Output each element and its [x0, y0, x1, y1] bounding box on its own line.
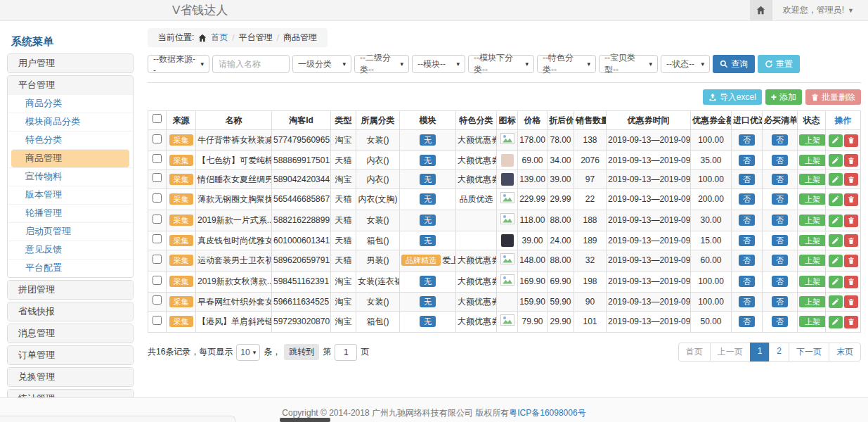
status-badge[interactable]: 上架 [799, 296, 826, 307]
delete-button[interactable] [844, 255, 858, 267]
sidebar-section-2[interactable]: 消息管理 [8, 324, 133, 343]
pager-item-0[interactable]: 首页 [678, 343, 711, 362]
must-buy-badge[interactable]: 否 [772, 193, 788, 205]
status-badge[interactable]: 上架 [799, 316, 826, 327]
sidebar-item-5[interactable]: 版本管理 [8, 186, 133, 204]
pager-item-3[interactable]: 2 [769, 343, 789, 362]
status-badge[interactable]: 上架 [799, 235, 826, 246]
row-checkbox[interactable] [153, 173, 162, 182]
edit-button[interactable] [829, 215, 843, 227]
imported-badge[interactable]: 否 [739, 155, 755, 166]
sidebar-item-7[interactable]: 启动页管理 [8, 222, 133, 241]
edit-button[interactable] [829, 154, 843, 167]
delete-button[interactable] [844, 276, 858, 288]
reset-button[interactable]: 重置 [758, 55, 800, 73]
delete-button[interactable] [844, 234, 858, 247]
row-checkbox[interactable] [153, 234, 162, 243]
imported-badge[interactable]: 否 [739, 174, 755, 185]
batch-delete-button[interactable]: 批量删除 [805, 89, 861, 105]
sidebar-item-9[interactable]: 平台配置 [8, 259, 133, 277]
icp-link[interactable]: 粤ICP备16098006号 [509, 408, 585, 418]
must-buy-badge[interactable]: 否 [772, 215, 788, 226]
sidebar-section-1[interactable]: 省钱快报 [8, 302, 133, 321]
imported-badge[interactable]: 否 [739, 296, 755, 307]
name-search-input[interactable] [212, 55, 290, 73]
must-buy-badge[interactable]: 否 [772, 155, 788, 166]
search-button[interactable]: 查询 [713, 55, 755, 73]
must-buy-badge[interactable]: 否 [772, 134, 788, 146]
row-checkbox[interactable] [153, 295, 162, 305]
home-button[interactable] [750, 0, 772, 20]
status-badge[interactable]: 上架 [799, 134, 826, 146]
sidebar-item-6[interactable]: 轮播管理 [8, 204, 133, 222]
sidebar-section-platform[interactable]: 平台管理 [8, 76, 133, 94]
filter-select-5[interactable]: --特色分类--▾ [537, 55, 596, 73]
delete-button[interactable] [844, 193, 858, 206]
sidebar-section-3[interactable]: 订单管理 [8, 346, 133, 364]
pager-item-2[interactable]: 1 [750, 343, 770, 362]
edit-button[interactable] [829, 276, 843, 288]
delete-button[interactable] [844, 173, 858, 186]
status-badge[interactable]: 上架 [799, 276, 826, 287]
edit-button[interactable] [829, 316, 843, 328]
sidebar-section-0[interactable]: 拼团管理 [8, 281, 133, 299]
imported-badge[interactable]: 否 [739, 276, 755, 287]
filter-select-7[interactable]: --状态--▾ [661, 55, 710, 73]
imported-badge[interactable]: 否 [739, 255, 755, 266]
pager-item-5[interactable]: 末页 [829, 343, 861, 362]
row-checkbox[interactable] [153, 215, 162, 224]
must-buy-badge[interactable]: 否 [772, 255, 788, 266]
delete-button[interactable] [844, 215, 858, 227]
row-checkbox[interactable] [153, 276, 162, 285]
sidebar-item-4[interactable]: 宣传物料 [8, 167, 133, 186]
import-excel-button[interactable]: 导入excel [703, 89, 762, 105]
pager-item-4[interactable]: 下一页 [789, 343, 829, 362]
page-number-input[interactable] [335, 344, 357, 361]
delete-button[interactable] [844, 295, 858, 308]
status-badge[interactable]: 上架 [799, 155, 826, 166]
add-button[interactable]: + 添加 [765, 89, 802, 105]
edit-button[interactable] [829, 255, 843, 267]
filter-select-1[interactable]: 一级分类▾ [292, 55, 351, 73]
per-page-select[interactable]: 10 ▾ [236, 344, 260, 361]
status-badge[interactable]: 上架 [799, 193, 826, 205]
breadcrumb-item-platform[interactable]: 平台管理 [239, 32, 273, 44]
must-buy-badge[interactable]: 否 [772, 296, 788, 307]
sidebar-item-8[interactable]: 意见反馈 [8, 241, 133, 259]
filter-select-2[interactable]: --二级分类--▾ [354, 55, 409, 73]
filter-select-6[interactable]: --宝贝类型--▾ [599, 55, 658, 73]
imported-badge[interactable]: 否 [739, 316, 755, 327]
row-checkbox[interactable] [153, 193, 162, 203]
status-badge[interactable]: 上架 [799, 215, 826, 226]
row-checkbox[interactable] [153, 316, 162, 325]
user-menu[interactable]: 欢迎您，管理员! ▼ [772, 0, 868, 20]
delete-button[interactable] [844, 316, 858, 328]
pager-item-1[interactable]: 上一页 [710, 343, 751, 362]
edit-button[interactable] [829, 193, 843, 206]
must-buy-badge[interactable]: 否 [772, 316, 788, 327]
imported-badge[interactable]: 否 [739, 134, 755, 146]
select-all-checkbox[interactable] [153, 114, 162, 123]
edit-button[interactable] [829, 134, 843, 147]
row-checkbox[interactable] [153, 134, 162, 143]
jump-button[interactable]: 跳转到 [284, 344, 319, 360]
sidebar-item-1[interactable]: 模块商品分类 [8, 113, 133, 131]
status-badge[interactable]: 上架 [799, 255, 826, 266]
delete-button[interactable] [844, 154, 858, 167]
status-badge[interactable]: 上架 [799, 174, 826, 185]
filter-select-0[interactable]: --数据来源--▾ [148, 55, 209, 73]
must-buy-badge[interactable]: 否 [772, 276, 788, 287]
row-checkbox[interactable] [153, 255, 162, 264]
imported-badge[interactable]: 否 [739, 215, 755, 226]
edit-button[interactable] [829, 173, 843, 186]
sidebar-section-users[interactable]: 用户管理 [8, 54, 133, 72]
sidebar-item-3[interactable]: 商品管理 [11, 149, 129, 167]
sidebar-item-0[interactable]: 商品分类 [8, 94, 133, 113]
must-buy-badge[interactable]: 否 [772, 174, 788, 185]
sidebar-section-4[interactable]: 兑换管理 [8, 368, 133, 386]
imported-badge[interactable]: 否 [739, 235, 755, 246]
row-checkbox[interactable] [153, 154, 162, 163]
filter-select-3[interactable]: --模块--▾ [412, 55, 465, 73]
horizontal-scrollbar-thumb[interactable] [280, 418, 330, 422]
filter-select-4[interactable]: --模块下分类--▾ [468, 55, 534, 73]
